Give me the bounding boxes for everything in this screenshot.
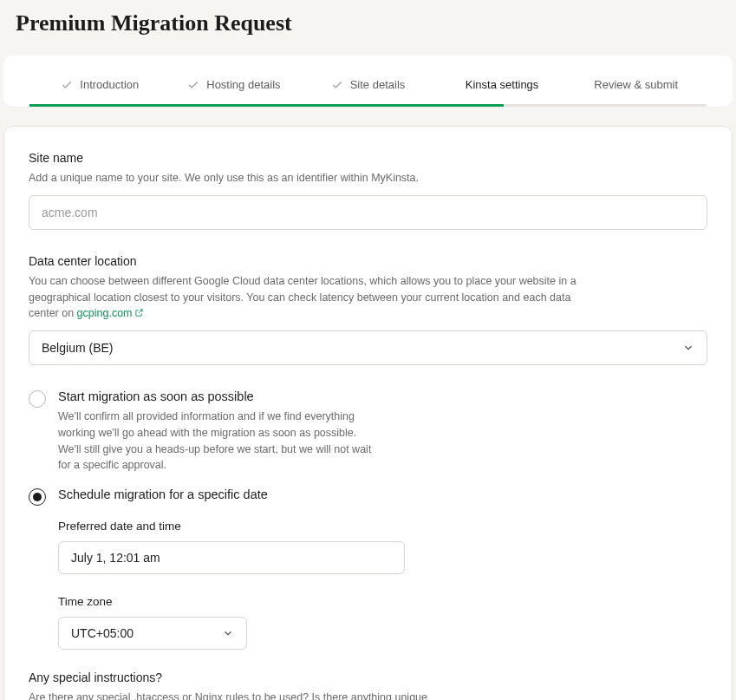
chevron-down-icon [682, 342, 694, 354]
check-icon [61, 79, 73, 91]
data-center-select[interactable]: Belgium (BE) [29, 330, 707, 365]
gcping-link-text: gcping.com [77, 307, 133, 319]
stepper: Introduction Hosting details Site detail… [3, 56, 733, 107]
site-name-help: Add a unique name to your site. We only … [29, 170, 583, 186]
gcping-link[interactable]: gcping.com [77, 307, 144, 319]
step-label: Site details [350, 78, 406, 91]
preferred-date-label: Preferred date and time [58, 520, 707, 533]
site-name-label: Site name [29, 151, 707, 165]
check-icon [331, 79, 343, 91]
radio-dot-icon [33, 493, 42, 501]
radio-asap-label: Start migration as soon as possible [58, 389, 707, 403]
radio-asap-control[interactable] [29, 390, 46, 408]
page-title: Premium Migration Request [16, 10, 736, 36]
field-preferred-date: Preferred date and time July 1, 12:01 am [58, 520, 707, 574]
time-zone-value: UTC+05:00 [71, 626, 134, 640]
preferred-date-input[interactable]: July 1, 12:01 am [58, 541, 405, 574]
step-introduction[interactable]: Introduction [33, 78, 167, 91]
progress-fill [29, 104, 504, 107]
time-zone-label: Time zone [58, 595, 707, 608]
step-label: Kinsta settings [466, 78, 539, 91]
step-label: Introduction [80, 78, 139, 91]
data-center-help: You can choose between different Google … [29, 273, 583, 322]
radio-schedule-label: Schedule migration for a specific date [58, 487, 707, 501]
radio-asap-help: We'll confirm all provided information a… [58, 409, 379, 474]
schedule-sub-fields: Preferred date and time July 1, 12:01 am… [58, 520, 707, 650]
data-center-value: Belgium (BE) [42, 341, 113, 355]
radio-asap[interactable]: Start migration as soon as possible We'l… [29, 389, 707, 474]
step-review-submit[interactable]: Review & submit [569, 78, 703, 91]
step-kinsta-settings[interactable]: Kinsta settings [435, 78, 570, 91]
radio-schedule-control[interactable] [29, 488, 46, 506]
stepper-card: Introduction Hosting details Site detail… [3, 56, 733, 107]
special-help: Are there any special .htaccess or Nginx… [29, 690, 436, 700]
preferred-date-value: July 1, 12:01 am [71, 551, 160, 565]
step-hosting-details[interactable]: Hosting details [167, 78, 302, 91]
site-name-input[interactable] [29, 195, 707, 230]
form-card: Site name Add a unique name to your site… [3, 126, 733, 700]
field-special-instructions: Any special instructions? Are there any … [29, 671, 707, 700]
field-site-name: Site name Add a unique name to your site… [29, 151, 707, 230]
progress-track [29, 104, 707, 107]
chevron-down-icon [222, 627, 234, 639]
check-icon [187, 79, 199, 91]
time-zone-select[interactable]: UTC+05:00 [58, 617, 247, 650]
field-time-zone: Time zone UTC+05:00 [58, 595, 707, 650]
radio-schedule[interactable]: Schedule migration for a specific date [29, 487, 707, 506]
step-site-details[interactable]: Site details [301, 78, 435, 91]
migration-timing-group: Start migration as soon as possible We'l… [29, 389, 707, 650]
data-center-label: Data center location [29, 254, 707, 268]
step-label: Review & submit [594, 78, 678, 91]
external-link-icon [134, 308, 144, 317]
field-data-center: Data center location You can choose betw… [29, 254, 707, 365]
step-label: Hosting details [206, 78, 280, 91]
special-label: Any special instructions? [29, 671, 707, 684]
